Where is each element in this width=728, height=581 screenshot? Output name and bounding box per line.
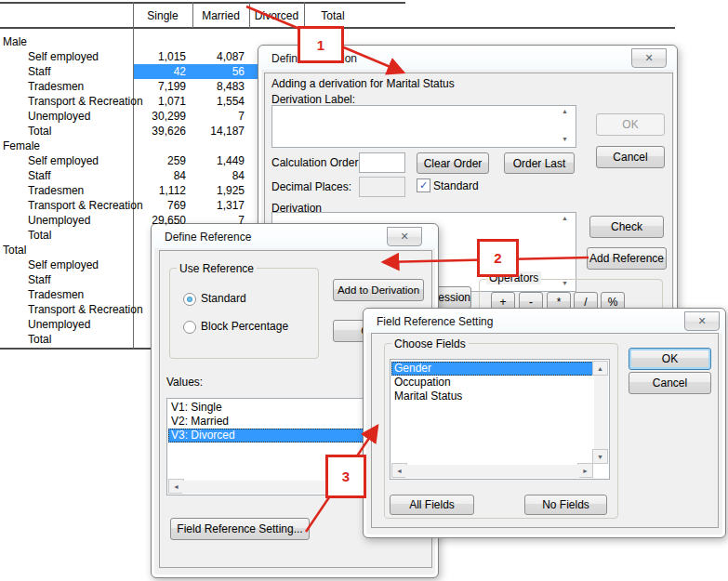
calculation-order-caption: Calculation Order:: [271, 156, 362, 169]
table-row[interactable]: Unemployed29,6507: [0, 213, 258, 228]
decimal-places-caption: Decimal Places:: [271, 180, 351, 193]
table-group-row: Male: [0, 34, 258, 49]
field-reference-setting-title: Field Reference Setting: [377, 315, 493, 328]
standard-checkbox-label: Standard: [433, 179, 479, 192]
no-fields-button[interactable]: No Fields: [524, 495, 607, 515]
scroll-down-icon[interactable]: ▼: [558, 136, 572, 142]
callout-2-badge: 2: [477, 239, 519, 277]
standard-radio-label: Standard: [201, 292, 246, 305]
ok-button: OK: [596, 113, 665, 136]
table-top-border: [0, 2, 405, 4]
table-row[interactable]: Tradesmen7,1998,483: [0, 79, 258, 94]
callout-3-badge: 3: [325, 455, 366, 498]
clear-order-button[interactable]: Clear Order: [417, 152, 489, 174]
column-header-single[interactable]: Single: [133, 9, 192, 24]
list-item-gender-selected[interactable]: Gender: [391, 362, 593, 376]
use-reference-group-label: Use Reference: [177, 262, 257, 275]
use-reference-group: [169, 268, 319, 359]
table-row[interactable]: Transport & Recreation1,0711,554: [0, 94, 258, 109]
derivation-label-input[interactable]: [271, 105, 576, 148]
field-reference-setting-button[interactable]: Field Reference Setting...: [170, 518, 310, 540]
horizontal-scrollbar[interactable]: [405, 465, 579, 478]
choose-fields-group-label: Choose Fields: [391, 337, 469, 350]
derivation-intro-text: Adding a derivation for Marital Status: [271, 77, 455, 90]
block-percentage-radio[interactable]: [183, 321, 196, 334]
scroll-right-icon[interactable]: ►: [577, 463, 593, 478]
scroll-up-icon[interactable]: ▲: [592, 361, 608, 376]
decimal-places-input: [359, 177, 405, 197]
order-last-button[interactable]: Order Last: [504, 152, 575, 174]
column-header-married[interactable]: Married: [192, 9, 249, 24]
table-row[interactable]: Transport & Recreation7691,317: [0, 198, 258, 213]
all-fields-button[interactable]: All Fields: [390, 495, 474, 515]
add-reference-button[interactable]: Add Reference: [587, 247, 667, 270]
close-icon[interactable]: ✕: [684, 311, 720, 331]
check-button[interactable]: Check: [589, 216, 664, 238]
cancel-button[interactable]: Cancel: [596, 146, 665, 168]
add-to-derivation-button[interactable]: Add to Derivation: [333, 279, 424, 301]
derivation-label-caption: Derivation Label:: [271, 93, 355, 106]
field-reference-setting-dialog: Field Reference Setting ✕ Choose Fields …: [363, 308, 726, 538]
close-icon[interactable]: ✕: [631, 48, 667, 68]
table-row[interactable]: Self employed1,0154,087: [0, 49, 258, 64]
table-row[interactable]: Self employed2591,449: [0, 153, 258, 168]
column-header-divorced[interactable]: Divorced: [249, 9, 304, 24]
cancel-button[interactable]: Cancel: [629, 372, 711, 394]
table-row-selected[interactable]: Staff4256: [0, 64, 258, 79]
list-item-occupation[interactable]: Occupation: [391, 376, 593, 390]
app-screen: Single Married Divorced Total Male Self …: [0, 0, 728, 581]
close-icon[interactable]: ✕: [387, 227, 422, 246]
table-group-row: Female: [0, 139, 258, 153]
column-header-total[interactable]: Total: [304, 9, 362, 24]
table-row[interactable]: Total39,62614,187: [0, 124, 258, 139]
standard-radio[interactable]: [183, 293, 196, 306]
callout-1-badge: 1: [298, 26, 344, 63]
block-percentage-radio-label: Block Percentage: [201, 320, 288, 333]
table-row[interactable]: Tradesmen1,1121,925: [0, 183, 258, 198]
table-row[interactable]: Staff8484: [0, 168, 258, 183]
table-row[interactable]: Unemployed30,2997: [0, 109, 258, 124]
scroll-up-icon[interactable]: ▲: [558, 215, 572, 221]
standard-checkbox[interactable]: ✓: [417, 178, 430, 192]
fields-listbox[interactable]: Gender Occupation Marital Status ▲ ▼ ◄ ►: [390, 359, 610, 480]
scroll-down-icon[interactable]: ▼: [592, 449, 608, 464]
ok-button[interactable]: OK: [629, 348, 711, 370]
define-reference-title: Define Reference: [165, 231, 251, 244]
scroll-up-icon[interactable]: ▲: [558, 108, 572, 114]
list-item-marital-status[interactable]: Marital Status: [391, 390, 593, 403]
values-caption: Values:: [166, 376, 203, 389]
calculation-order-input[interactable]: [359, 152, 405, 173]
